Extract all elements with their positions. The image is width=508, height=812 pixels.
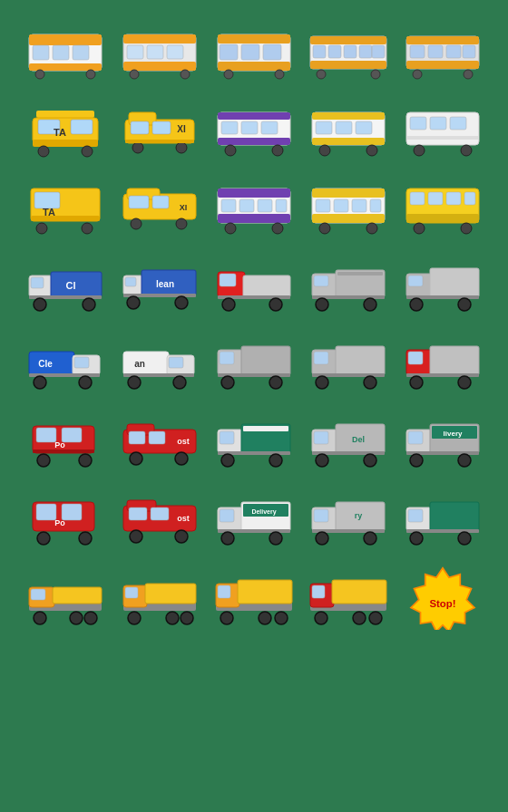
- svg-point-242: [269, 532, 282, 545]
- svg-rect-203: [243, 426, 288, 431]
- svg-text:Cle: Cle: [38, 359, 53, 369]
- svg-text:XI: XI: [177, 124, 186, 134]
- dump-truck-large[interactable]: [209, 562, 299, 634]
- svg-rect-187: [36, 428, 56, 442]
- taxi-xi-side[interactable]: XI: [114, 94, 205, 167]
- bus-white-purple[interactable]: [209, 94, 299, 167]
- post-small-2[interactable]: Po: [20, 484, 111, 556]
- truck-clean-small[interactable]: Cl: [20, 250, 111, 323]
- svg-point-7: [86, 70, 95, 79]
- svg-point-249: [364, 532, 376, 545]
- svg-rect-60: [218, 112, 290, 120]
- svg-text:Stop!: Stop!: [429, 598, 455, 609]
- bus-plain[interactable]: [397, 94, 488, 167]
- svg-rect-201: [220, 431, 234, 444]
- svg-point-56: [132, 142, 143, 153]
- svg-point-102: [225, 223, 236, 234]
- delivery-livery[interactable]: livery: [397, 406, 488, 478]
- svg-point-127: [83, 298, 95, 311]
- svg-point-112: [366, 223, 377, 234]
- svg-rect-96: [218, 188, 290, 198]
- svg-point-205: [221, 454, 234, 467]
- svg-rect-19: [220, 44, 238, 60]
- svg-point-166: [128, 376, 141, 389]
- train-2[interactable]: [114, 16, 205, 89]
- svg-point-80: [414, 145, 425, 156]
- train-5[interactable]: [397, 16, 488, 89]
- svg-rect-46: [71, 120, 93, 134]
- truck-red-2[interactable]: [397, 328, 488, 401]
- delivery-teal[interactable]: [209, 406, 299, 478]
- svg-rect-265: [125, 587, 138, 598]
- svg-rect-9: [123, 34, 196, 44]
- svg-rect-72: [356, 121, 372, 134]
- delivery-text-teal[interactable]: Delivery: [209, 484, 299, 556]
- truck-clean-large[interactable]: lean: [114, 250, 205, 323]
- svg-rect-273: [238, 580, 292, 604]
- train-4[interactable]: [303, 16, 394, 89]
- taxi-box-front[interactable]: TA: [20, 172, 111, 245]
- svg-point-192: [79, 454, 92, 467]
- svg-point-227: [79, 532, 92, 545]
- dump-truck-medium[interactable]: [114, 562, 205, 634]
- dump-truck-small[interactable]: [20, 562, 111, 634]
- svg-point-66: [272, 145, 283, 156]
- bus-white-yellow[interactable]: [303, 94, 394, 167]
- train-1[interactable]: [20, 16, 111, 89]
- svg-point-179: [364, 376, 376, 389]
- delivery-green-cargo[interactable]: [397, 484, 488, 556]
- svg-rect-28: [328, 45, 341, 58]
- svg-point-220: [410, 454, 423, 467]
- svg-rect-195: [129, 431, 145, 444]
- svg-text:Cl: Cl: [66, 280, 76, 291]
- train-3[interactable]: [209, 16, 299, 89]
- post-van-side[interactable]: ost: [114, 406, 205, 478]
- truck-gray-3[interactable]: [209, 328, 299, 401]
- svg-rect-117: [464, 192, 475, 205]
- delivery-ry[interactable]: ry: [303, 484, 394, 556]
- svg-rect-63: [241, 121, 258, 134]
- svg-text:ost: ost: [177, 514, 190, 523]
- truck-blue-cle[interactable]: Cle: [20, 328, 111, 401]
- bus-white-yellow-2[interactable]: [303, 172, 394, 245]
- svg-point-50: [82, 146, 93, 157]
- svg-rect-11: [127, 45, 143, 59]
- post-van-small[interactable]: Po: [20, 406, 111, 478]
- svg-point-260: [34, 612, 46, 624]
- svg-point-172: [221, 376, 234, 389]
- svg-point-23: [275, 70, 284, 79]
- svg-rect-3: [33, 45, 49, 60]
- taxi-front[interactable]: TA: [20, 94, 111, 167]
- svg-rect-244: [314, 509, 328, 522]
- truck-gray-4[interactable]: [303, 328, 394, 401]
- svg-rect-91: [152, 196, 169, 208]
- post-side-2[interactable]: ost: [114, 484, 205, 556]
- taxi-van-side[interactable]: XI: [114, 172, 205, 245]
- svg-point-221: [458, 454, 471, 467]
- truck-red-cargo[interactable]: [209, 250, 299, 323]
- truck-gray-cargo[interactable]: [303, 250, 394, 323]
- svg-rect-99: [258, 199, 272, 212]
- svg-point-241: [221, 532, 234, 545]
- svg-point-198: [130, 452, 142, 465]
- svg-text:ost: ost: [177, 437, 190, 446]
- svg-rect-109: [370, 199, 381, 212]
- truck-white-an[interactable]: an: [114, 328, 205, 401]
- svg-rect-110: [312, 214, 385, 223]
- bus-white-purple-2[interactable]: [209, 172, 299, 245]
- stop-sign-cell[interactable]: Stop!: [397, 562, 488, 634]
- svg-rect-1: [29, 34, 102, 45]
- svg-rect-4: [53, 45, 69, 60]
- svg-rect-208: [314, 431, 328, 444]
- svg-text:Po: Po: [54, 440, 65, 450]
- svg-rect-190: [33, 450, 94, 453]
- svg-rect-259: [53, 587, 102, 604]
- bus-yellow-plain[interactable]: [397, 172, 488, 245]
- delivery-gray-del[interactable]: Del: [303, 406, 394, 478]
- emoji-grid: TA XI: [13, 9, 495, 642]
- truck-gray-cargo-2[interactable]: [397, 250, 488, 323]
- svg-rect-39: [446, 45, 461, 58]
- svg-rect-69: [312, 138, 385, 145]
- svg-point-146: [316, 298, 328, 311]
- dump-truck-red-cab[interactable]: [303, 562, 394, 634]
